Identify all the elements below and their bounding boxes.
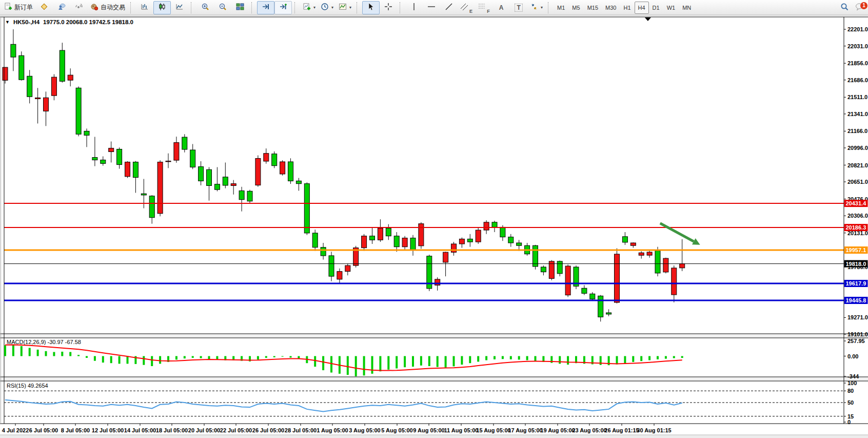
auto-scroll-button[interactable] bbox=[257, 1, 274, 14]
macd-histogram-bar bbox=[387, 356, 389, 370]
gold-diamond-icon bbox=[40, 3, 48, 12]
price-tick-label: 21686.0 bbox=[847, 77, 868, 83]
signals-button[interactable] bbox=[70, 1, 88, 14]
macd-histogram-bar bbox=[477, 356, 479, 362]
candlestick-mode-button[interactable] bbox=[153, 1, 171, 14]
macd-histogram-bar bbox=[127, 356, 129, 364]
trendline-tool-button[interactable] bbox=[440, 1, 458, 14]
macd-histogram-bar bbox=[616, 356, 618, 365]
timeframe-m5-button[interactable]: M5 bbox=[568, 2, 583, 14]
macd-histogram-bar bbox=[29, 348, 31, 356]
time-tick-label: 8 Jul 05:00 bbox=[61, 427, 90, 433]
time-tick-label: 19 Aug 05:00 bbox=[540, 427, 575, 433]
chart-canvas[interactable]: 22201.022031.021856.021686.021511.021341… bbox=[0, 0, 868, 438]
macd-histogram-bar bbox=[632, 356, 634, 362]
symbol-dropdown-icon[interactable]: ▼ bbox=[5, 20, 10, 25]
indicators-button[interactable]: ▾ bbox=[300, 1, 318, 14]
rsi-pane-label: RSI(15) 49.2654 bbox=[7, 383, 48, 389]
time-tick-label: 15 Aug 05:00 bbox=[476, 427, 510, 433]
toolbar-separator bbox=[130, 2, 134, 13]
bar-chart-mode-button[interactable] bbox=[136, 1, 153, 14]
zoom-in-button[interactable] bbox=[196, 1, 214, 14]
arrows-tool-button[interactable]: ▾ bbox=[527, 1, 545, 14]
macd-histogram-bar bbox=[53, 352, 55, 356]
pane-splitter[interactable] bbox=[0, 334, 868, 337]
crosshair-tool-button[interactable] bbox=[380, 1, 397, 14]
periods-button[interactable]: ▾ bbox=[318, 1, 336, 14]
candle bbox=[19, 51, 24, 81]
community-button[interactable] bbox=[53, 1, 70, 14]
horizontal-line-tool-button[interactable] bbox=[423, 1, 440, 14]
macd-histogram-bar bbox=[428, 356, 430, 367]
time-tick-label: 5 Aug 05:00 bbox=[381, 427, 412, 433]
macd-histogram-bar bbox=[535, 356, 537, 361]
macd-histogram-bar bbox=[282, 356, 284, 357]
tile-windows-button[interactable] bbox=[231, 1, 249, 14]
macd-scale-label: -344 bbox=[847, 373, 859, 379]
macd-histogram-bar bbox=[485, 356, 487, 360]
text-label-tool-button[interactable]: T bbox=[510, 1, 527, 14]
cursor-tool-button[interactable] bbox=[362, 1, 380, 14]
timeframe-m30-button[interactable]: M30 bbox=[602, 2, 620, 14]
zoom-out-button[interactable] bbox=[214, 1, 231, 14]
auto-trading-button[interactable]: 自动交易 bbox=[88, 1, 128, 14]
fibonacci-tool-button[interactable]: F bbox=[475, 1, 492, 14]
market-button[interactable] bbox=[35, 1, 53, 14]
macd-histogram-bar bbox=[45, 351, 47, 356]
line-chart-mode-button[interactable] bbox=[171, 1, 188, 14]
timeframe-h4-button[interactable]: H4 bbox=[635, 2, 649, 14]
chart-shift-icon bbox=[279, 3, 287, 12]
macd-histogram-bar bbox=[290, 356, 292, 358]
notifications-button[interactable]: 1 bbox=[853, 2, 866, 14]
candle bbox=[182, 134, 187, 153]
time-tick-label: 9 Aug 05:00 bbox=[413, 427, 444, 433]
candle bbox=[574, 265, 579, 289]
templates-button[interactable]: ▾ bbox=[336, 1, 354, 14]
macd-histogram-bar bbox=[526, 356, 528, 360]
chart-shift-button[interactable] bbox=[274, 1, 292, 14]
macd-histogram-bar bbox=[445, 356, 447, 368]
pane-splitter[interactable] bbox=[0, 377, 868, 380]
timeframe-m15-button[interactable]: M15 bbox=[584, 2, 602, 14]
toolbar-separator bbox=[400, 2, 403, 13]
text-tool-button[interactable]: A bbox=[492, 1, 510, 14]
macd-histogram-bar bbox=[12, 345, 14, 356]
timeframe-d1-button[interactable]: D1 bbox=[649, 2, 663, 14]
candle bbox=[549, 260, 554, 280]
candle bbox=[565, 264, 570, 297]
candle bbox=[663, 258, 668, 274]
macd-histogram-bar bbox=[4, 345, 6, 356]
new-order-button[interactable]: 新订单 bbox=[2, 1, 35, 14]
macd-histogram-bar bbox=[37, 350, 39, 356]
candle bbox=[76, 86, 81, 136]
channel-tool-button[interactable]: E bbox=[458, 1, 475, 14]
rsi-scale-label: 100 bbox=[847, 380, 857, 386]
zoom-in-icon bbox=[201, 3, 209, 12]
timeframe-w1-button[interactable]: W1 bbox=[663, 2, 679, 14]
macd-histogram-bar bbox=[208, 356, 210, 359]
price-tick-label: 21341.0 bbox=[847, 111, 868, 117]
time-tick-label: 4 Jul 2022 bbox=[2, 427, 29, 433]
search-button[interactable] bbox=[836, 1, 853, 14]
price-tick-label: 19101.0 bbox=[847, 331, 868, 337]
macd-histogram-bar bbox=[624, 356, 626, 364]
macd-scale-label: 257.95 bbox=[847, 338, 865, 344]
timeframe-h1-button[interactable]: H1 bbox=[620, 2, 634, 14]
time-tick-label: 23 Aug 05:00 bbox=[572, 427, 606, 433]
price-line-badge-label: 19617.9 bbox=[846, 280, 866, 287]
vertical-line-tool-button[interactable] bbox=[405, 1, 423, 14]
template-chart-icon bbox=[339, 3, 347, 12]
indicators-add-icon bbox=[303, 3, 311, 12]
main-toolbar: 新订单 自动交易 bbox=[0, 0, 868, 15]
chevron-down-icon: ▾ bbox=[331, 5, 333, 10]
macd-histogram-bar bbox=[502, 356, 504, 359]
chevron-down-icon: ▾ bbox=[541, 5, 543, 10]
timeframe-mn-button[interactable]: MN bbox=[679, 2, 695, 14]
fibonacci-icon bbox=[478, 3, 487, 12]
time-tick-label: 28 Jul 05:00 bbox=[285, 427, 317, 433]
price-tick-label: 20821.0 bbox=[847, 162, 868, 168]
macd-histogram-bar bbox=[681, 356, 683, 358]
auto-trading-icon bbox=[90, 3, 98, 12]
signal-waves-icon bbox=[75, 3, 83, 12]
timeframe-m1-button[interactable]: M1 bbox=[554, 2, 568, 14]
